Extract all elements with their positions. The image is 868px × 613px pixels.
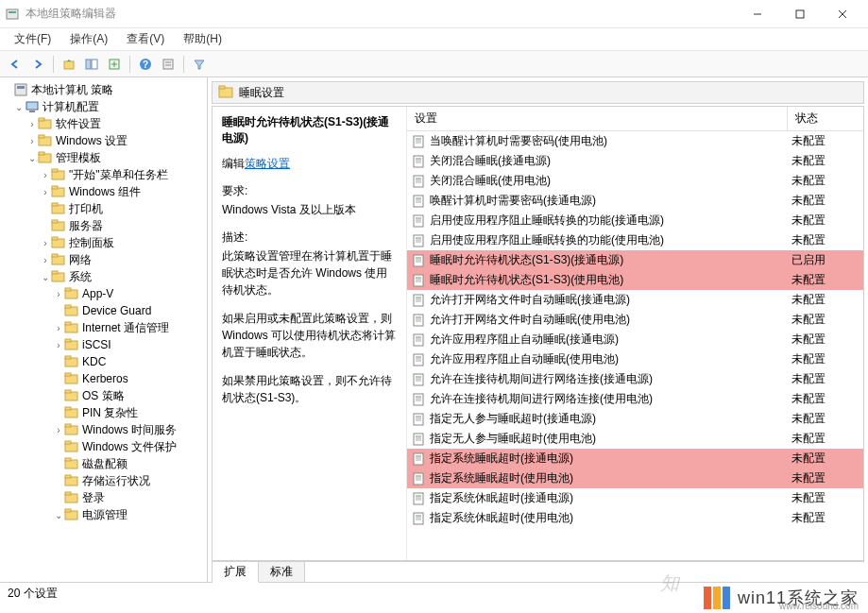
tree-node[interactable]: ›Windows 设置 bbox=[0, 132, 207, 149]
column-state[interactable]: 状态 bbox=[788, 107, 863, 130]
tree-node[interactable]: ›软件设置 bbox=[0, 115, 207, 132]
properties-button[interactable] bbox=[158, 54, 179, 75]
expander-icon[interactable]: ⌄ bbox=[26, 153, 38, 163]
show-hide-tree-button[interactable] bbox=[81, 54, 102, 75]
close-button[interactable] bbox=[821, 0, 863, 28]
tree-node[interactable]: ›Windows 时间服务 bbox=[0, 421, 207, 438]
expander-icon[interactable]: ⌄ bbox=[40, 272, 51, 282]
list-row[interactable]: 唤醒计算机时需要密码(接通电源)未配置 bbox=[407, 191, 863, 211]
tree-node[interactable]: PIN 复杂性 bbox=[0, 404, 207, 421]
tree-node[interactable]: ⌄系统 bbox=[0, 268, 207, 285]
tree-node[interactable]: Device Guard bbox=[0, 302, 207, 319]
expander-icon[interactable]: › bbox=[40, 238, 51, 248]
tree-node[interactable]: Kerberos bbox=[0, 370, 207, 387]
export-button[interactable] bbox=[104, 54, 125, 75]
tree-label: Windows 组件 bbox=[69, 184, 141, 200]
edit-policy-link[interactable]: 策略设置 bbox=[245, 157, 290, 170]
tree-node[interactable]: 登录 bbox=[0, 489, 207, 506]
column-setting[interactable]: 设置 bbox=[407, 107, 788, 130]
expander-icon[interactable]: › bbox=[40, 170, 51, 180]
forward-button[interactable] bbox=[27, 54, 48, 75]
policy-icon bbox=[411, 154, 426, 169]
list-row[interactable]: 允许应用程序阻止自动睡眠(接通电源)未配置 bbox=[407, 330, 863, 349]
expander-icon[interactable]: ⌄ bbox=[13, 102, 25, 112]
expander-icon[interactable]: › bbox=[40, 187, 51, 197]
tab-standard[interactable]: 标准 bbox=[259, 562, 305, 583]
list-row[interactable]: 当唤醒计算机时需要密码(使用电池)未配置 bbox=[407, 131, 863, 151]
back-button[interactable] bbox=[5, 54, 26, 75]
svg-rect-137 bbox=[414, 473, 423, 485]
tab-extended[interactable]: 扩展 bbox=[213, 562, 259, 583]
tree-node[interactable]: ›"开始"菜单和任务栏 bbox=[0, 166, 207, 183]
tree-node[interactable]: Windows 文件保护 bbox=[0, 438, 207, 455]
list-row[interactable]: 允许在连接待机期间进行网络连接(使用电池)未配置 bbox=[407, 389, 863, 409]
right-pane: 睡眠设置 睡眠时允许待机状态(S1-S3)(接通电源) 编辑策略设置 要求: W… bbox=[208, 77, 868, 582]
list-row[interactable]: 关闭混合睡眠(使用电池)未配置 bbox=[407, 171, 863, 191]
setting-state: 未配置 bbox=[791, 411, 863, 427]
list-row[interactable]: 允许在连接待机期间进行网络连接(接通电源)未配置 bbox=[407, 369, 863, 389]
tree-pane[interactable]: 本地计算机 策略⌄计算机配置›软件设置›Windows 设置⌄管理模板›"开始"… bbox=[0, 77, 208, 582]
list-row[interactable]: 允许打开网络文件时自动睡眠(接通电源)未配置 bbox=[407, 290, 863, 310]
expander-icon[interactable]: › bbox=[53, 340, 64, 350]
tree-node[interactable]: 本地计算机 策略 bbox=[0, 81, 207, 98]
up-button[interactable] bbox=[59, 54, 79, 75]
list-row[interactable]: 允许应用程序阻止自动睡眠(使用电池)未配置 bbox=[407, 349, 863, 369]
tree-node[interactable]: ›App-V bbox=[0, 285, 207, 302]
tree-node[interactable]: 打印机 bbox=[0, 200, 207, 217]
tree-node[interactable]: ⌄计算机配置 bbox=[0, 98, 207, 115]
tree-node[interactable]: ⌄电源管理 bbox=[0, 506, 207, 523]
maximize-button[interactable] bbox=[778, 0, 821, 28]
list-row[interactable]: 允许打开网络文件时自动睡眠(使用电池)未配置 bbox=[407, 310, 863, 330]
menu-view[interactable]: 查看(V) bbox=[117, 28, 174, 50]
tree-node[interactable]: ›控制面板 bbox=[0, 234, 207, 251]
expander-icon[interactable]: › bbox=[40, 255, 51, 265]
minimize-button[interactable] bbox=[736, 0, 778, 28]
menu-action[interactable]: 操作(A) bbox=[60, 28, 117, 50]
tree-node[interactable]: ⌄管理模板 bbox=[0, 149, 207, 166]
policy-icon bbox=[411, 332, 426, 348]
tree-node[interactable]: ›Internet 通信管理 bbox=[0, 319, 207, 336]
tree-node[interactable]: 服务器 bbox=[0, 217, 207, 234]
policy-icon bbox=[411, 372, 426, 387]
list-row[interactable]: 指定系统睡眠超时(使用电池)未配置 bbox=[407, 468, 863, 488]
list-row[interactable]: 启用使应用程序阻止睡眠转换的功能(接通电源)未配置 bbox=[407, 211, 863, 230]
svg-rect-12 bbox=[163, 60, 173, 69]
right-body: 睡眠时允许待机状态(S1-S3)(接通电源) 编辑策略设置 要求: Window… bbox=[212, 106, 864, 561]
help-button[interactable]: ? bbox=[135, 54, 156, 75]
expander-icon[interactable]: › bbox=[26, 136, 38, 146]
tree-node[interactable]: KDC bbox=[0, 353, 207, 370]
list-row[interactable]: 指定系统睡眠超时(接通电源)未配置 bbox=[407, 449, 863, 468]
tree-node[interactable]: ›Windows 组件 bbox=[0, 183, 207, 200]
list-row[interactable]: 指定系统休眠超时(使用电池)未配置 bbox=[407, 508, 863, 528]
tree-node[interactable]: 磁盘配额 bbox=[0, 455, 207, 472]
svg-rect-1 bbox=[9, 11, 16, 13]
setting-name: 允许打开网络文件时自动睡眠(接通电源) bbox=[430, 292, 791, 308]
expander-icon[interactable]: › bbox=[26, 119, 38, 129]
svg-rect-97 bbox=[414, 275, 423, 286]
expander-icon[interactable]: › bbox=[53, 289, 64, 299]
list-row[interactable]: 睡眠时允许待机状态(S1-S3)(使用电池)未配置 bbox=[407, 270, 863, 290]
svg-rect-7 bbox=[86, 60, 91, 69]
svg-rect-60 bbox=[65, 458, 71, 461]
list-row[interactable]: 指定系统休眠超时(接通电源)未配置 bbox=[407, 488, 863, 508]
filter-button[interactable] bbox=[189, 54, 210, 75]
tree-label: 存储运行状况 bbox=[82, 473, 150, 489]
expander-icon[interactable]: ⌄ bbox=[53, 510, 64, 520]
tree-node[interactable]: 存储运行状况 bbox=[0, 472, 207, 489]
tree-node[interactable]: ›网络 bbox=[0, 251, 207, 268]
list-row[interactable]: 指定无人参与睡眠超时(使用电池)未配置 bbox=[407, 429, 863, 449]
expander-icon[interactable]: › bbox=[53, 425, 64, 435]
list-row[interactable]: 睡眠时允许待机状态(S1-S3)(接通电源)已启用 bbox=[407, 250, 863, 270]
tree-node[interactable]: ›iSCSI bbox=[0, 336, 207, 353]
list-row[interactable]: 启用使应用程序阻止睡眠转换的功能(使用电池)未配置 bbox=[407, 230, 863, 250]
folder-icon bbox=[64, 473, 79, 488]
menu-file[interactable]: 文件(F) bbox=[5, 28, 60, 50]
tree-node[interactable]: OS 策略 bbox=[0, 387, 207, 404]
list-body[interactable]: 当唤醒计算机时需要密码(使用电池)未配置关闭混合睡眠(接通电源)未配置关闭混合睡… bbox=[407, 131, 863, 560]
list-row[interactable]: 指定无人参与睡眠超时(接通电源)未配置 bbox=[407, 409, 863, 429]
setting-state: 未配置 bbox=[791, 470, 863, 486]
menu-help[interactable]: 帮助(H) bbox=[174, 28, 231, 50]
expander-icon[interactable]: › bbox=[53, 323, 64, 333]
list-row[interactable]: 关闭混合睡眠(接通电源)未配置 bbox=[407, 151, 863, 171]
svg-rect-105 bbox=[414, 315, 423, 326]
